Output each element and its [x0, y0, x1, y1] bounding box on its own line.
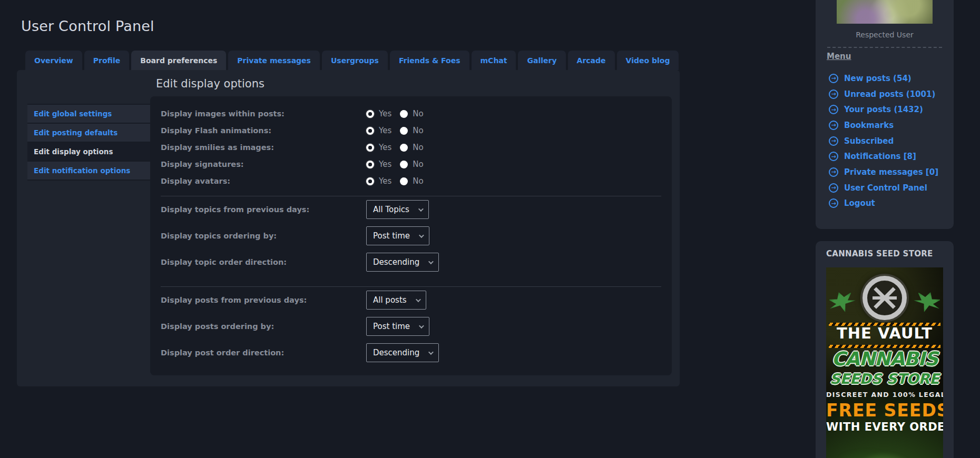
radio-yes-label[interactable]: Yes [379, 160, 391, 169]
menu-item-your-posts[interactable]: → Your posts (1432) [829, 102, 948, 117]
menu-item-user-control-panel[interactable]: → User Control Panel [829, 180, 948, 196]
menu-item-private-messages[interactable]: → Private messages [0] [829, 164, 948, 180]
radio-no-label[interactable]: No [413, 160, 423, 169]
radio-yes-selected[interactable] [366, 161, 374, 168]
nav-item-notification-options[interactable]: Edit notification options [27, 162, 150, 181]
radio-no-label[interactable]: No [413, 109, 423, 118]
row-label: Display topics ordering by: [161, 232, 366, 240]
nav-item-global-settings[interactable]: Edit global settings [27, 105, 150, 124]
radio-yes-selected[interactable] [366, 144, 374, 152]
form-row-display-signatures: Display signatures: Yes No [161, 156, 661, 173]
arrow-right-icon: → [829, 74, 838, 83]
menu-item-bookmarks[interactable]: → Bookmarks [829, 117, 948, 133]
tab-mchat[interactable]: mChat [472, 51, 516, 70]
radio-group: Yes No [366, 143, 424, 152]
radio-yes-selected[interactable] [366, 127, 374, 135]
tab-friends-foes[interactable]: Friends & Foes [390, 51, 469, 70]
select-value: Descending [373, 348, 419, 357]
arrow-right-icon: → [829, 183, 838, 193]
tab-arcade[interactable]: Arcade [568, 51, 615, 70]
radio-no[interactable] [400, 144, 408, 152]
seed-store-heading: CANNABIS SEED STORE [826, 249, 933, 258]
tab-profile[interactable]: Profile [84, 51, 129, 70]
radio-no-label[interactable]: No [413, 143, 423, 152]
arrow-right-icon: → [829, 198, 838, 208]
posts-direction-select[interactable]: Descending [366, 343, 439, 362]
form-row-display-flash: Display Flash animations: Yes No [161, 122, 661, 139]
radio-yes-selected[interactable] [366, 177, 374, 185]
radio-group: Yes No [366, 126, 424, 135]
radio-group: Yes No [366, 176, 424, 186]
select-value: Post time [373, 231, 410, 241]
chevron-down-icon [428, 259, 434, 264]
radio-no[interactable] [400, 110, 408, 118]
topics-order-by-select[interactable]: Post time [366, 226, 429, 245]
chevron-down-icon [419, 233, 424, 238]
radio-no-label[interactable]: No [413, 176, 423, 186]
menu-item-notifications[interactable]: → Notifications [8] [829, 148, 948, 164]
arrow-right-icon: → [829, 167, 838, 177]
radio-no-label[interactable]: No [413, 126, 423, 135]
ucp-tabbar: Overview Profile Board preferences Priva… [25, 51, 679, 70]
menu-item-logout[interactable]: → Logout [829, 196, 948, 212]
menu-item-unread-posts[interactable]: → Unread posts (1001) [829, 86, 948, 102]
user-rank-label: Respected User [816, 31, 954, 39]
arrow-right-icon: → [829, 105, 838, 114]
radio-group: Yes No [366, 109, 424, 118]
row-label: Display smilies as images: [161, 143, 366, 152]
topics-days-select[interactable]: All Topics [366, 200, 429, 219]
arrow-right-icon: → [829, 152, 838, 161]
form-row-posts-direction: Display post order direction: Descending [161, 340, 661, 366]
ad-offer-sub: WITH EVERY ORDER [826, 421, 943, 433]
radio-no[interactable] [400, 127, 408, 135]
chevron-down-icon [418, 206, 424, 212]
chevron-down-icon [419, 323, 424, 328]
select-value: All Topics [373, 205, 409, 214]
row-label: Display topic order direction: [161, 258, 366, 266]
row-label: Display signatures: [161, 160, 366, 168]
posts-order-by-select[interactable]: Post time [366, 317, 429, 336]
nav-item-posting-defaults[interactable]: Edit posting defaults [27, 124, 150, 143]
seed-store-ad-banner[interactable]: THE VAULT CANNABIS SEEDS STORE DISCREET … [826, 267, 943, 458]
form-row-topics-days: Display topics from previous days: All T… [161, 196, 661, 223]
tab-video-blog[interactable]: Video blog [617, 51, 679, 70]
chevron-down-icon [428, 350, 434, 355]
row-label: Display post order direction: [161, 349, 366, 357]
radio-yes-label[interactable]: Yes [379, 126, 391, 135]
row-label: Display posts ordering by: [161, 322, 366, 331]
arrow-right-icon: → [829, 121, 838, 130]
posts-days-select[interactable]: All posts [366, 291, 426, 310]
cannabis-leaf-icon [911, 288, 943, 316]
radio-no[interactable] [400, 177, 408, 185]
tab-gallery[interactable]: Gallery [518, 51, 565, 70]
row-label: Display Flash animations: [161, 126, 366, 135]
menu-item-subscribed[interactable]: → Subscribed [829, 133, 948, 149]
content-heading: Edit display options [156, 77, 264, 90]
radio-yes-label[interactable]: Yes [379, 143, 391, 152]
arrow-right-icon: → [829, 136, 838, 146]
topics-direction-select[interactable]: Descending [366, 253, 439, 272]
row-label: Display topics from previous days: [161, 205, 366, 214]
radio-yes-selected[interactable] [366, 110, 374, 118]
form-row-display-smilies: Display smilies as images: Yes No [161, 139, 661, 156]
menu-list: → New posts (54) → Unread posts (1001) →… [829, 71, 948, 211]
display-options-form: Display images within posts: Yes No Disp… [150, 96, 672, 375]
tab-private-messages[interactable]: Private messages [228, 51, 320, 70]
form-row-display-images: Display images within posts: Yes No [161, 105, 661, 122]
tab-board-preferences[interactable]: Board preferences [131, 51, 226, 70]
seed-store-card: CANNABIS SEED STORE THE VAULT CANNABIS S… [816, 241, 954, 458]
ad-graffiti-line1: CANNABIS [826, 348, 943, 370]
select-value: Post time [373, 322, 410, 331]
tab-overview[interactable]: Overview [25, 51, 82, 70]
tab-usergroups[interactable]: Usergroups [322, 51, 388, 70]
profile-menu-card: Respected User Menu → New posts (54) → U… [816, 0, 954, 229]
radio-no[interactable] [400, 161, 408, 168]
form-row-topics-order-by: Display topics ordering by: Post time [161, 223, 661, 249]
ad-graffiti-line2: SEEDS STORE [826, 371, 943, 387]
radio-yes-label[interactable]: Yes [379, 176, 391, 186]
select-value: All posts [373, 295, 407, 305]
nav-item-display-options[interactable]: Edit display options [27, 143, 150, 162]
menu-item-new-posts[interactable]: → New posts (54) [829, 71, 948, 86]
form-row-posts-order-by: Display posts ordering by: Post time [161, 313, 661, 340]
radio-yes-label[interactable]: Yes [379, 109, 391, 118]
